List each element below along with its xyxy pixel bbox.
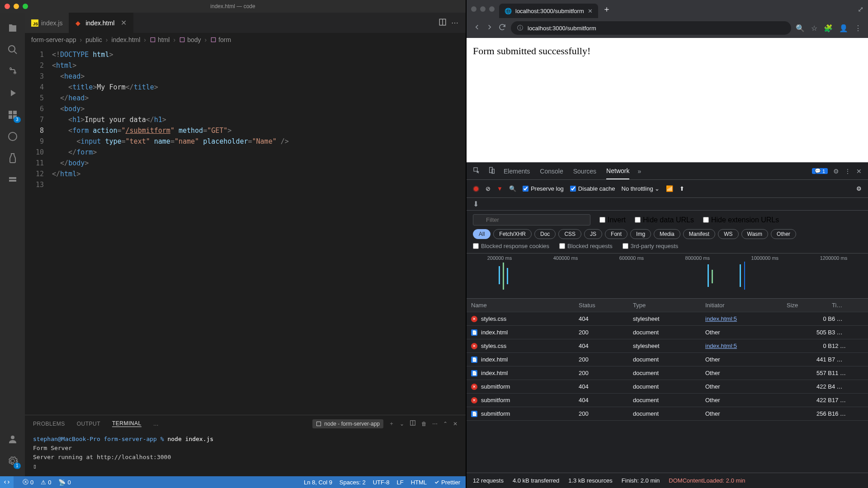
filter-pill-other[interactable]: Other [771, 229, 796, 239]
invert-checkbox[interactable]: Invert [599, 216, 626, 224]
run-debug-icon[interactable] [2, 82, 24, 104]
clear-log-icon[interactable]: ⊘ [486, 185, 491, 192]
filter-pill-font[interactable]: Font [605, 229, 627, 239]
browser-window-controls[interactable] [471, 6, 495, 12]
status-errors[interactable]: ⓧ 0 [23, 478, 33, 486]
record-button[interactable] [473, 186, 479, 192]
close-window-icon[interactable] [5, 4, 10, 9]
encoding[interactable]: UTF-8 [373, 479, 390, 486]
new-tab-button[interactable]: ＋ [603, 4, 611, 14]
menu-dots-icon[interactable]: ⋮ [854, 24, 862, 33]
breadcrumb-item[interactable]: html [150, 36, 170, 43]
devtools-settings-icon[interactable]: ⚙ [833, 168, 839, 175]
terminal-selector[interactable]: node - form-server-app [312, 419, 383, 428]
hide-data-urls-checkbox[interactable]: Hide data URLs [635, 216, 694, 224]
panel-more-icon[interactable]: ⋯ [432, 421, 438, 427]
panel-tab-problems[interactable]: PROBLEMS [33, 421, 65, 427]
initiator-link[interactable]: index.html:5 [705, 343, 737, 349]
breadcrumbs[interactable]: form-server-app›public›index.html›html›b… [25, 33, 466, 47]
search-icon[interactable] [2, 39, 24, 61]
breadcrumb-item[interactable]: form-server-app [31, 36, 76, 43]
breadcrumb-item[interactable]: public [85, 36, 102, 43]
network-row[interactable]: 📄index.html 200document Other 441 B7 … [467, 353, 868, 366]
filter-pill-ws[interactable]: WS [718, 229, 738, 239]
blocked-response-checkbox[interactable]: Blocked response cookies [473, 243, 549, 249]
filter-pill-js[interactable]: JS [584, 229, 602, 239]
forward-button[interactable] [486, 23, 494, 33]
code-editor[interactable]: 12345678910111213 <!DOCTYPE html><html> … [25, 47, 466, 415]
breadcrumb-item[interactable]: index.html [112, 36, 141, 43]
minimize-window-icon[interactable] [14, 4, 19, 9]
editor-tab-index.js[interactable]: JSindex.js [25, 13, 69, 33]
network-row[interactable]: ✕styles.css 404stylesheet index.html:5 0… [467, 312, 868, 326]
network-conditions-icon[interactable]: 📶 [666, 185, 673, 192]
device-toggle-icon[interactable] [488, 167, 495, 175]
account-icon[interactable] [2, 428, 24, 450]
panel-tab-…[interactable]: … [153, 421, 159, 427]
network-row[interactable]: ✕submitform 404document Other 422 B4 … [467, 380, 868, 394]
devtools-close-icon[interactable]: ✕ [856, 168, 862, 175]
filter-input[interactable] [473, 214, 590, 225]
status-ports[interactable]: 📡 0 [58, 479, 71, 486]
close-tab-icon[interactable]: ✕ [121, 19, 127, 27]
network-row[interactable]: 📄index.html 200document Other 505 B3 … [467, 326, 868, 339]
split-terminal-icon[interactable] [410, 420, 416, 427]
hide-extension-urls-checkbox[interactable]: Hide extension URLs [703, 216, 779, 224]
close-panel-icon[interactable]: ✕ [453, 421, 458, 427]
devtools-tab-network[interactable]: Network [606, 163, 629, 179]
network-row[interactable]: ✕submitform 404document Other 422 B17 … [467, 394, 868, 407]
kill-terminal-icon[interactable]: 🗑 [421, 421, 427, 427]
close-tab-icon[interactable]: ✕ [588, 8, 593, 14]
reload-button[interactable] [498, 23, 506, 33]
import-har-icon[interactable]: ⬆ [679, 185, 684, 192]
maximize-window-icon[interactable] [23, 4, 28, 9]
profile-icon[interactable]: 👤 [839, 24, 848, 33]
explorer-icon[interactable] [2, 17, 24, 39]
overview-waterfall[interactable]: 200000 ms400000 ms600000 ms800000 ms1000… [467, 253, 868, 299]
filter-pill-doc[interactable]: Doc [534, 229, 556, 239]
panel-tab-terminal[interactable]: TERMINAL [112, 420, 142, 427]
blocked-requests-checkbox[interactable]: Blocked requests [559, 243, 613, 249]
devtools-menu-icon[interactable]: ⋮ [844, 168, 851, 175]
more-tabs-icon[interactable]: » [637, 168, 641, 175]
throttling-select[interactable]: No throttling ⌄ [622, 185, 660, 192]
new-terminal-icon[interactable]: ＋ [389, 420, 394, 427]
download-icon[interactable]: ⬇ [473, 200, 479, 208]
back-button[interactable] [473, 23, 481, 33]
network-row[interactable]: 📄index.html 200document Other 557 B11 … [467, 366, 868, 380]
remote-indicator[interactable] [0, 476, 14, 488]
network-row[interactable]: ✕styles.css 404stylesheet index.html:5 0… [467, 339, 868, 353]
third-party-checkbox[interactable]: 3rd-party requests [623, 243, 679, 249]
bookmark-star-icon[interactable]: ☆ [811, 24, 817, 33]
devtools-tab-sources[interactable]: Sources [573, 168, 596, 175]
split-editor-icon[interactable] [439, 18, 447, 28]
cursor-position[interactable]: Ln 8, Col 9 [304, 479, 332, 486]
filter-pill-manifest[interactable]: Manifest [683, 229, 715, 239]
export-har-icon[interactable]: ⚙ [856, 185, 862, 192]
filter-pill-media[interactable]: Media [654, 229, 680, 239]
breadcrumb-item[interactable]: form [210, 36, 231, 43]
site-info-icon[interactable]: ⓘ [517, 24, 523, 32]
db-icon[interactable] [2, 169, 24, 191]
prettier-status[interactable]: Prettier [434, 479, 460, 486]
testing-icon[interactable] [2, 147, 24, 169]
breadcrumb-item[interactable]: body [179, 36, 201, 43]
eol[interactable]: LF [397, 479, 404, 486]
filter-pill-css[interactable]: CSS [558, 229, 581, 239]
settings-gear-icon[interactable]: 1 [2, 450, 24, 472]
editor-tab-index.html[interactable]: ◆index.html✕ [69, 13, 133, 33]
language-mode[interactable]: HTML [411, 479, 427, 486]
window-controls[interactable] [5, 4, 28, 9]
maximize-panel-icon[interactable]: ⌃ [443, 421, 448, 427]
extensions-icon[interactable]: 3 [2, 104, 24, 126]
filter-pill-fetch/xhr[interactable]: Fetch/XHR [493, 229, 532, 239]
filter-toggle-icon[interactable]: ▼ [497, 185, 503, 192]
browser-tab[interactable]: 🌐 localhost:3000/submitform ✕ [499, 4, 598, 18]
filter-pill-all[interactable]: All [473, 229, 491, 239]
disable-cache-checkbox[interactable]: Disable cache [570, 185, 615, 192]
devtools-tab-console[interactable]: Console [540, 168, 563, 175]
extensions-puzzle-icon[interactable]: 🧩 [824, 24, 833, 33]
table-header[interactable]: NameStatusTypeInitiatorSizeTi… [467, 299, 868, 312]
inspect-element-icon[interactable] [473, 167, 480, 175]
expand-window-icon[interactable]: ⤢ [858, 5, 863, 14]
